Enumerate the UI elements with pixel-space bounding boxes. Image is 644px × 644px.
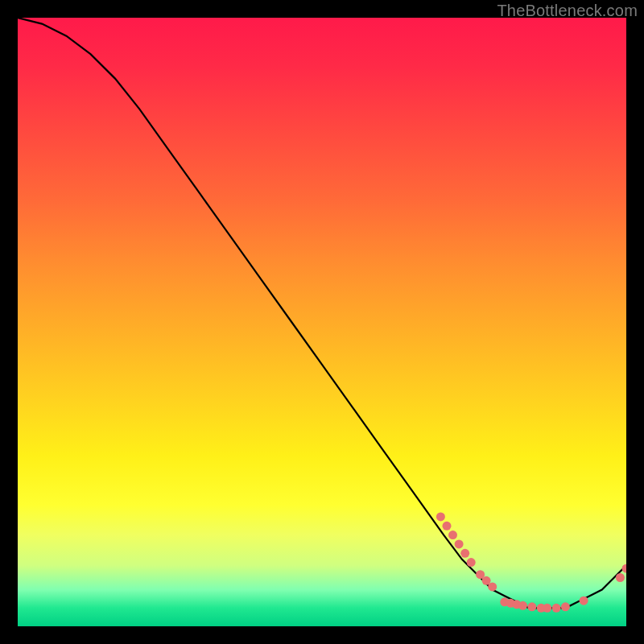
marker-dot bbox=[543, 604, 551, 613]
bottleneck-curve bbox=[18, 18, 626, 608]
marker-dot bbox=[561, 602, 570, 611]
marker-dot bbox=[552, 604, 561, 613]
marker-dot bbox=[436, 512, 445, 521]
marker-dot bbox=[527, 602, 536, 611]
watermark-text: TheBottleneck.com bbox=[497, 2, 638, 20]
marker-dot bbox=[622, 564, 627, 573]
marker-dot bbox=[460, 549, 469, 558]
marker-dot bbox=[616, 573, 625, 582]
marker-dot bbox=[443, 522, 452, 530]
marker-dot bbox=[455, 539, 464, 548]
marker-dot bbox=[467, 558, 476, 567]
marker-dot bbox=[488, 582, 497, 591]
marker-dot bbox=[518, 601, 527, 610]
chart-overlay bbox=[18, 18, 626, 626]
marker-dot bbox=[580, 597, 588, 605]
marker-dot bbox=[448, 530, 457, 539]
